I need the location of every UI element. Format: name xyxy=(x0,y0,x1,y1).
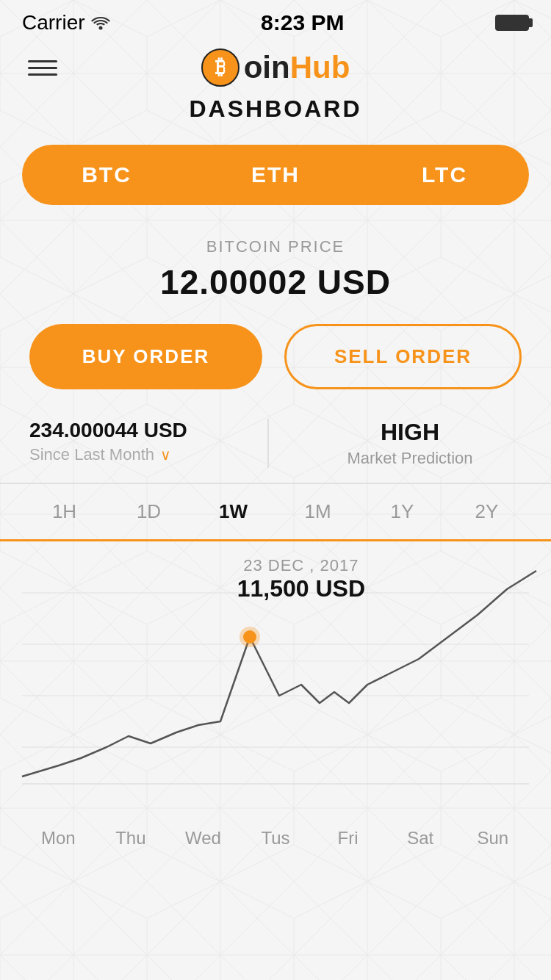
dashboard-title: DASHBOARD xyxy=(190,96,362,123)
status-time: 8:23 PM xyxy=(261,10,344,35)
header: ₿ oinHub DASHBOARD xyxy=(0,41,551,137)
tab-1d[interactable]: 1D xyxy=(107,484,191,539)
bitcoin-logo-icon: ₿ xyxy=(201,48,240,87)
stat-prediction-label: Market Prediction xyxy=(298,449,522,468)
battery-icon xyxy=(495,15,529,31)
order-buttons: BUY ORDER SELL ORDER xyxy=(0,309,551,411)
status-bar: Carrier 8:23 PM xyxy=(0,0,551,41)
tab-1h[interactable]: 1H xyxy=(22,484,107,539)
tab-1y[interactable]: 1Y xyxy=(360,484,444,539)
price-value: 12.00002 USD xyxy=(22,262,529,302)
day-labels: Mon Thu Wed Tus Fri Sat Sun xyxy=(0,813,551,863)
carrier-label: Carrier xyxy=(22,11,85,35)
tab-1w[interactable]: 1W xyxy=(191,484,276,539)
day-tus: Tus xyxy=(240,828,312,849)
tab-1m[interactable]: 1M xyxy=(276,484,360,539)
chart-dot-inner xyxy=(243,630,256,644)
time-tabs: 1H 1D 1W 1M 1Y 2Y xyxy=(0,484,551,541)
logo-hub-text: Hub xyxy=(290,50,350,84)
svg-text:₿: ₿ xyxy=(215,56,226,79)
stats-row: 234.000044 USD Since Last Month ∨ HIGH M… xyxy=(0,411,551,484)
day-thu: Thu xyxy=(95,828,168,849)
menu-line-3 xyxy=(28,73,57,76)
price-section: BITCOIN PRICE 12.00002 USD xyxy=(0,220,551,309)
day-mon: Mon xyxy=(22,828,95,849)
stat-prediction-section: HIGH Market Prediction xyxy=(269,419,522,468)
day-sun: Sun xyxy=(456,828,529,849)
day-sat: Sat xyxy=(384,828,457,849)
buy-order-button[interactable]: BUY ORDER xyxy=(29,324,262,389)
menu-button[interactable] xyxy=(22,54,63,82)
chart-area: 23 DEC , 2017 11,500 USD xyxy=(0,541,551,813)
price-label: BITCOIN PRICE xyxy=(22,237,529,256)
tab-eth[interactable]: ETH xyxy=(191,145,360,205)
chart-date: 23 DEC , 2017 xyxy=(237,556,365,575)
chart-tooltip: 23 DEC , 2017 11,500 USD xyxy=(237,556,365,602)
svg-point-10 xyxy=(98,26,102,30)
tab-2y[interactable]: 2Y xyxy=(444,484,529,539)
stat-since-label: Since Last Month ∨ xyxy=(29,445,253,464)
sell-order-button[interactable]: SELL ORDER xyxy=(284,324,522,389)
stat-amount: 234.000044 USD xyxy=(29,419,253,442)
stat-amount-section: 234.000044 USD Since Last Month ∨ xyxy=(29,419,269,468)
day-fri: Fri xyxy=(311,828,384,849)
logo-coin-text: oin xyxy=(244,50,290,84)
chevron-down-icon[interactable]: ∨ xyxy=(160,446,171,464)
menu-line-1 xyxy=(28,60,57,62)
menu-line-2 xyxy=(28,67,57,69)
stat-high-label: HIGH xyxy=(298,419,522,446)
tab-btc[interactable]: BTC xyxy=(22,145,191,205)
tab-ltc[interactable]: LTC xyxy=(360,145,529,205)
chart-price: 11,500 USD xyxy=(237,575,365,602)
currency-tabs: BTC ETH LTC xyxy=(22,145,529,205)
wifi-icon xyxy=(91,15,110,30)
day-wed: Wed xyxy=(167,828,240,849)
logo: ₿ oinHub xyxy=(201,48,350,87)
